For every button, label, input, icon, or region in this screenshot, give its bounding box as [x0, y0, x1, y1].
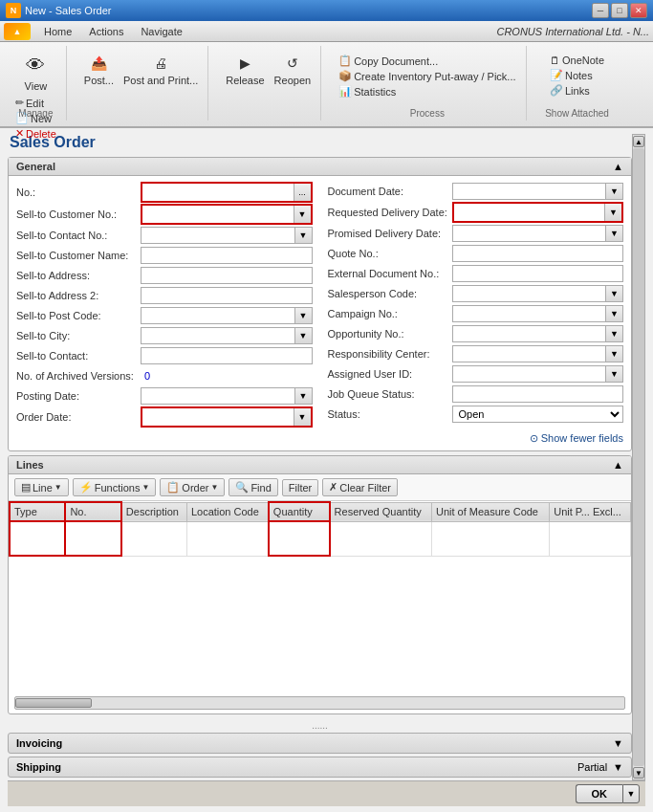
field-row-sell-to-contact-no: Sell-to Contact No.: ▼	[16, 226, 313, 245]
field-contact-no-dropdown[interactable]: ▼	[295, 227, 313, 244]
field-status-select[interactable]: Open Released	[452, 406, 624, 423]
ok-dropdown-button[interactable]: ▼	[622, 784, 640, 803]
field-promised-delivery-input[interactable]	[452, 225, 607, 242]
field-posting-date-input[interactable]	[141, 387, 295, 405]
field-order-date-input[interactable]	[142, 408, 294, 426]
line-icon: ▤	[21, 481, 31, 494]
lines-section-header[interactable]: Lines ▲	[9, 456, 631, 474]
field-no-container: ...	[141, 182, 313, 203]
view-button[interactable]: 👁 View	[16, 48, 54, 94]
field-external-doc-input[interactable]	[452, 265, 624, 282]
field-address-input[interactable]	[141, 267, 313, 284]
find-button[interactable]: 🔍 Find	[229, 478, 277, 496]
lines-scroll-track[interactable]	[14, 696, 625, 710]
post-button[interactable]: 📤 Post...	[80, 50, 118, 88]
maximize-button[interactable]: □	[611, 3, 628, 18]
cell-unit-of-measure[interactable]	[431, 521, 549, 556]
title-bar-left: N New - Sales Order	[6, 3, 111, 18]
delete-button[interactable]: ✕ Delete	[11, 126, 60, 141]
cell-quantity[interactable]	[269, 521, 330, 556]
cell-description[interactable]	[121, 521, 187, 556]
view-icon: 👁	[20, 50, 51, 80]
scroll-up-button[interactable]: ▲	[633, 136, 644, 147]
invoicing-title: Invoicing	[16, 737, 62, 749]
field-job-queue-input[interactable]	[452, 385, 624, 403]
field-row-no: No.: ...	[16, 182, 313, 203]
field-post-code-input[interactable]	[141, 307, 295, 324]
lines-scroll-thumb[interactable]	[15, 698, 92, 708]
field-contact-input[interactable]	[141, 347, 313, 364]
window-controls[interactable]: ─ □ ✕	[592, 3, 647, 18]
field-city-dropdown[interactable]: ▼	[295, 327, 313, 344]
field-customer-name-input[interactable]	[141, 247, 313, 264]
minimize-button[interactable]: ─	[592, 3, 609, 18]
field-salesperson-input[interactable]	[452, 285, 607, 302]
release-button[interactable]: ▶ Release	[222, 50, 268, 88]
links-button[interactable]: 🔗 Links	[546, 83, 608, 98]
functions-button[interactable]: ⚡ Functions ▼	[73, 478, 157, 496]
cell-location-code[interactable]	[186, 521, 268, 556]
menu-navigate[interactable]: Navigate	[133, 24, 189, 39]
line-button[interactable]: ▤ Line ▼	[14, 478, 69, 496]
field-city-input[interactable]	[141, 327, 295, 344]
field-document-date-input[interactable]	[452, 183, 607, 200]
field-opportunity-dropdown[interactable]: ▼	[606, 325, 623, 342]
field-row-sell-to-customer-no: Sell-to Customer No.: ▼	[16, 204, 313, 225]
field-no-input[interactable]	[142, 184, 294, 201]
field-responsibility-input[interactable]	[452, 345, 607, 362]
cell-type[interactable]	[10, 521, 65, 556]
filter-button[interactable]: Filter	[282, 479, 318, 496]
field-assigned-user-dropdown[interactable]: ▼	[606, 365, 623, 383]
field-opportunity-input[interactable]	[452, 325, 607, 342]
scroll-down-button[interactable]: ▼	[633, 767, 644, 779]
cell-reserved-quantity[interactable]	[330, 521, 432, 556]
notes-button[interactable]: 📝 Notes	[546, 68, 608, 82]
cell-no[interactable]	[65, 521, 120, 556]
release-label: Release	[226, 75, 264, 86]
field-label-post-code: Sell-to Post Code:	[16, 310, 141, 321]
field-requested-delivery-dropdown[interactable]: ▼	[604, 204, 621, 221]
field-requested-delivery-input[interactable]	[454, 204, 605, 221]
field-address2-input[interactable]	[141, 287, 313, 304]
create-inventory-button[interactable]: 📦 Create Inventory Put-away / Pick...	[335, 69, 519, 83]
vertical-scrollbar[interactable]: ▲ ▼	[632, 134, 645, 780]
field-customer-no-dropdown[interactable]: ▼	[294, 206, 311, 223]
field-campaign-input[interactable]	[452, 305, 607, 322]
shipping-section[interactable]: Shipping Partial ▼	[8, 757, 632, 778]
statistics-button[interactable]: 📊 Statistics	[335, 84, 519, 99]
invoicing-section[interactable]: Invoicing ▼	[8, 733, 632, 754]
field-post-code-dropdown[interactable]: ▼	[295, 307, 313, 324]
ribbon-group-process: 📋 Copy Document... 📦 Create Inventory Pu…	[329, 46, 526, 121]
field-customer-no-input[interactable]	[142, 206, 294, 223]
field-salesperson-dropdown[interactable]: ▼	[606, 285, 623, 302]
field-posting-date-dropdown[interactable]: ▼	[295, 387, 313, 405]
general-section-header[interactable]: General ▲	[9, 158, 631, 176]
show-fewer-fields[interactable]: ⊙ Show fewer fields	[16, 432, 623, 445]
menu-actions[interactable]: Actions	[81, 24, 131, 39]
field-quote-no-input[interactable]	[452, 245, 624, 262]
close-button[interactable]: ✕	[630, 3, 647, 18]
cell-unit-price[interactable]	[550, 521, 631, 556]
field-responsibility-dropdown[interactable]: ▼	[606, 345, 623, 362]
field-campaign-dropdown[interactable]: ▼	[606, 305, 623, 322]
field-order-date-dropdown[interactable]: ▼	[294, 408, 311, 426]
onenote-button[interactable]: 🗒 OneNote	[546, 54, 608, 67]
field-label-sell-to-customer-no: Sell-to Customer No.:	[16, 208, 141, 220]
reopen-button[interactable]: ↺ Reopen	[271, 50, 316, 88]
attached-group-label: Show Attached	[534, 108, 620, 119]
field-contact-no-input[interactable]	[141, 227, 295, 244]
manage-group-label: Manage	[6, 108, 66, 119]
order-button[interactable]: 📋 Order ▼	[160, 478, 225, 496]
field-salesperson-container: ▼	[452, 285, 624, 302]
clear-filter-button[interactable]: ✗ Clear Filter	[322, 478, 398, 496]
field-promised-delivery-dropdown[interactable]: ▼	[606, 225, 623, 242]
field-no-btn[interactable]: ...	[294, 184, 311, 201]
post-print-button[interactable]: 🖨 Post and Print...	[120, 50, 202, 88]
field-document-date-dropdown[interactable]: ▼	[606, 183, 623, 200]
menu-home[interactable]: Home	[36, 24, 79, 39]
field-assigned-user-input[interactable]	[452, 365, 607, 383]
post-buttons-row: 📤 Post... 🖨 Post and Print...	[80, 50, 202, 88]
copy-document-button[interactable]: 📋 Copy Document...	[335, 54, 519, 68]
ok-button[interactable]: OK	[576, 784, 623, 803]
post-print-label: Post and Print...	[123, 75, 198, 86]
